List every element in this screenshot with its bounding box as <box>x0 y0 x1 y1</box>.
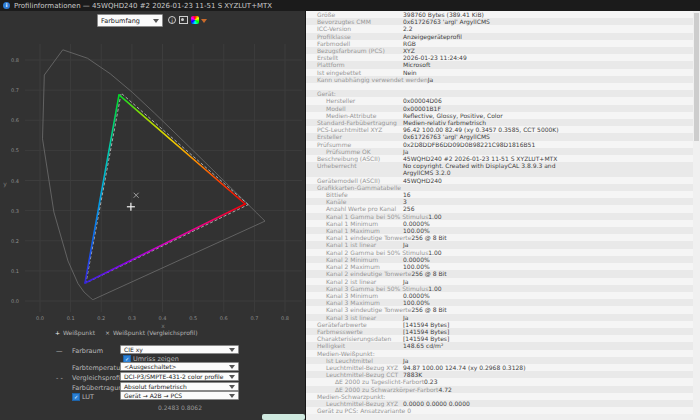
svg-text:0.1: 0.1 <box>67 315 75 321</box>
table-row: FarbmodellRGB <box>306 40 693 47</box>
row-label: Helligkeit <box>306 342 403 349</box>
row-label: Kanal 3 Gamma bei 50% Stimulus <box>306 285 428 292</box>
row-label: Medien-Schwarzpunkt: <box>306 393 403 400</box>
toolbar: Farbumfang i <box>0 11 305 35</box>
row-label: Grafikkarten-Gammatabelle <box>306 184 403 191</box>
row-value: 1.00 <box>428 285 441 292</box>
row-value: Ja <box>403 278 408 285</box>
row-label: Erstellt <box>306 54 403 61</box>
legend-whitepoint-comparison: × Weißpunkt (Vergleichsprofil) <box>105 329 198 336</box>
row-label: Leuchtmittel-Bezug XYZ <box>306 400 403 407</box>
temperature-curve-select[interactable]: <Ausgeschaltet> <box>120 362 239 371</box>
table-row: Gerät zu PCS: Ansatzvariante 0 <box>306 407 693 414</box>
table-row: Prüfsumme OKJa <box>306 148 693 155</box>
row-label: Kanal 2 Gamma bei 50% Stimulus <box>306 249 428 256</box>
table-row: Kann unabhängig verwendet werdenJa <box>306 76 693 83</box>
scrollbar[interactable] <box>693 11 700 420</box>
table-row: Kanal 2 Minimum0.0000% <box>306 256 693 263</box>
row-label: Gerät: <box>306 90 403 97</box>
row-value: 100.00% <box>403 263 430 270</box>
svg-text:0.8: 0.8 <box>11 57 19 63</box>
table-row: ProfilklasseAnzeigegeräteprofil <box>306 33 693 40</box>
plus-marker-icon: + <box>55 329 60 336</box>
profile-info-table: Größe398760 Bytes (389.41 KiB)Bevorzugte… <box>305 11 693 420</box>
svg-text:0.7: 0.7 <box>250 315 258 321</box>
table-row: Gerät: <box>306 90 693 97</box>
table-row: PCS-Leuchtmittel XYZ96.42 100.00 82.49 (… <box>306 126 693 133</box>
colorspace-select[interactable]: CIE xy <box>120 345 239 354</box>
svg-text:0.6: 0.6 <box>11 117 19 123</box>
row-label: Gerätemodell (ASCII) <box>306 177 403 184</box>
row-label: Kanal 1 eindeutige Tonwerte <box>306 234 411 241</box>
chevron-down-icon <box>229 394 235 398</box>
row-value: XYZ <box>403 47 415 54</box>
scrollbar-thumb[interactable] <box>694 13 699 141</box>
table-row: UrheberrechtNo copyright. Created with D… <box>306 162 693 176</box>
chart-legend: + Weißpunkt × Weißpunkt (Vergleichsprofi… <box>55 329 198 336</box>
lut-checkbox-label[interactable]: LUT <box>82 393 94 401</box>
chromaticity-chart[interactable]: 0.00.00.10.10.20.20.30.30.40.40.50.50.60… <box>0 34 305 329</box>
row-label: Gerätefarbwerte <box>306 321 403 328</box>
row-value: 7883K <box>403 371 422 378</box>
table-row: Kanal 2 Maximum100.00% <box>306 263 693 270</box>
row-value: [141594 Bytes] <box>403 335 449 342</box>
info-icon[interactable]: i <box>168 16 176 24</box>
row-label: Medien-Weißpunkt: <box>306 350 403 357</box>
gamut-colors-icon[interactable] <box>191 16 199 24</box>
row-value: 1.00 <box>428 249 441 256</box>
row-label: Charakterisierungsdaten <box>306 335 403 342</box>
table-row: Kanal 1 ist linearJa <box>306 241 693 248</box>
table-row: Kanäle3 <box>306 198 693 205</box>
row-value: 0.0000% <box>403 292 430 299</box>
chevron-down-icon <box>229 385 235 389</box>
row-value: RGB <box>403 40 416 47</box>
colorspace-value: CIE xy <box>124 346 143 353</box>
table-row: Hersteller0x00004D06 <box>306 97 693 104</box>
svg-text:0.3: 0.3 <box>11 208 19 214</box>
table-row: Bittiefe16 <box>306 191 693 198</box>
lut-direction-select[interactable]: Gerät → A2B → PCS <box>120 391 239 400</box>
row-label <box>306 83 403 90</box>
row-label: Leuchtmittel-Bezug CCT <box>306 371 403 378</box>
rendering-intent-value: Absolut farbmetrisch <box>124 383 187 390</box>
row-label: Anzahl Werte pro Kanal <box>306 205 403 212</box>
row-label: ICC-Version <box>306 25 403 32</box>
save-image-icon[interactable] <box>179 16 188 24</box>
row-label: Gerät zu PCS: Ansatzvariante 0 <box>306 407 411 414</box>
svg-text:0.1: 0.1 <box>11 268 19 274</box>
row-value: 0.0000 0.0000 0.0000 <box>403 400 470 407</box>
svg-text:0.0: 0.0 <box>11 298 19 304</box>
table-row: Leuchtmittel-Bezug XYZ94.87 100.00 124.7… <box>306 364 693 371</box>
view-mode-select[interactable]: Farbumfang <box>97 14 163 27</box>
row-value: Ja <box>403 357 408 364</box>
row-label: Kanal 3 Minimum <box>306 292 403 299</box>
table-row: Bevorzugtes CMM0x61726763 'argl' ArgyllC… <box>306 18 693 25</box>
row-value: 148.65 cd/m² <box>403 342 443 349</box>
row-label: Größe <box>306 11 403 18</box>
row-value: 100.00% <box>403 227 430 234</box>
table-row: Helligkeit148.65 cd/m² <box>306 342 693 349</box>
row-value: Ja <box>428 76 433 83</box>
table-row: Kanal 2 eindeutige Tonwerte256 @ 8 Bit <box>306 270 693 277</box>
table-row: Standard-FarbübertragungMedien-relativ f… <box>306 119 693 126</box>
svg-text:0.0: 0.0 <box>36 315 44 321</box>
row-value: [141594 Bytes] <box>403 321 449 328</box>
row-label: Ersteller <box>306 133 403 140</box>
svg-text:0.5: 0.5 <box>11 147 19 153</box>
rendering-intent-select[interactable]: Absolut farbmetrisch <box>120 382 239 391</box>
row-value: 3 <box>403 198 407 205</box>
chevron-down-icon[interactable] <box>201 19 207 23</box>
row-value: Ja <box>403 148 408 155</box>
svg-text:0.5: 0.5 <box>189 315 197 321</box>
chevron-down-icon <box>153 19 159 23</box>
bottom-right-accent <box>262 414 305 420</box>
table-row: PlattformMicrosoft <box>306 61 693 68</box>
table-row: Medien-Schwarzpunkt: <box>306 393 693 400</box>
comparison-profile-select[interactable]: DCI-P3/SMPTE-431-2 color profile <box>120 372 239 381</box>
table-row: Grafikkarten-Gammatabelle <box>306 184 693 191</box>
svg-text:0.7: 0.7 <box>11 87 19 93</box>
row-label: Kanäle <box>306 198 403 205</box>
lut-checkbox[interactable]: ✓ <box>72 393 80 401</box>
window-title: Profilinformationen — 45WQHD240 #2 2026-… <box>14 2 272 10</box>
row-value: 0.0000% <box>403 220 430 227</box>
